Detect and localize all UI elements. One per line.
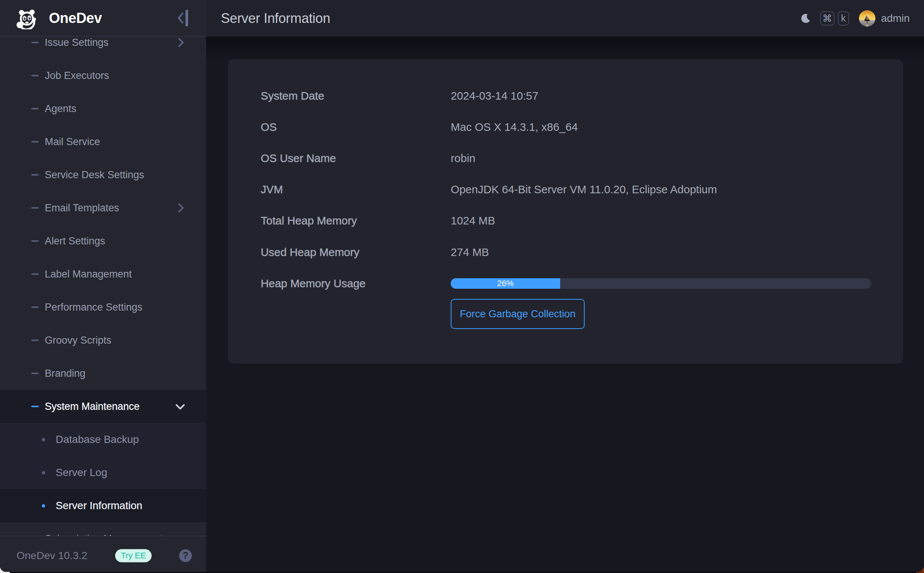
server-info-card: System Date 2024-03-14 10:57 OS Mac OS X… [228,59,903,363]
sidebar-item-alert-settings[interactable]: Alert Settings [0,224,206,258]
bullet-icon [42,438,45,441]
sidebar-item-performance-settings[interactable]: Performance Settings [0,291,206,324]
dash-icon [31,273,39,275]
dash-icon [31,42,39,43]
info-row: System Date 2024-03-14 10:57 [261,80,871,111]
dash-icon [31,141,39,142]
info-row: Used Heap Memory 274 MB [261,236,871,268]
sidebar-item-label-management[interactable]: Label Management [0,258,206,291]
heap-usage-progressbar: 26% [451,278,871,289]
info-row: JVM OpenJDK 64-Bit Server VM 11.0.20, Ec… [261,174,871,205]
user-name[interactable]: admin [881,13,910,24]
sidebar-item-database-backup[interactable]: Database Backup [0,423,206,456]
actions-row: Force Garbage Collection [261,299,871,329]
force-gc-button[interactable]: Force Garbage Collection [451,299,585,329]
info-row: OS User Name robin [261,142,871,174]
dash-icon [31,240,39,242]
cmd-key[interactable]: ⌘ [820,11,835,25]
brand-name: OneDev [49,0,102,36]
onedev-logo-icon[interactable] [17,9,37,29]
chevron-down-icon [175,404,185,410]
dash-icon [31,340,39,341]
sidebar-item-subscription-management[interactable]: Subscription Management [0,522,206,536]
app-version: OneDev 10.3.2 [17,550,87,562]
dash-icon [31,75,39,76]
sidebar-item-agents[interactable]: Agents [0,92,206,125]
try-ee-badge[interactable]: Try EE [115,549,152,562]
sidebar-item-server-information[interactable]: Server Information [0,489,206,522]
sidebar-collapse-icon[interactable] [177,9,189,27]
dark-mode-icon[interactable] [800,13,810,24]
topbar-actions: ⌘ k [800,0,910,36]
sidebar-item-service-desk-settings[interactable]: Service Desk Settings [0,158,206,191]
page-title: Server Information [221,0,330,36]
info-row: Total Heap Memory 1024 MB [261,205,871,236]
sidebar-item-system-maintenance[interactable]: System Maintenance [0,390,206,423]
info-row: OS Mac OS X 14.3.1, x86_64 [261,111,871,142]
app-window: OneDev Issue Settings Jo [0,0,924,572]
sidebar: OneDev Issue Settings Jo [0,0,206,572]
sidebar-item-branding[interactable]: Branding [0,357,206,390]
sidebar-item-groovy-scripts[interactable]: Groovy Scripts [0,324,206,357]
dash-icon [31,207,39,209]
dash-icon [31,307,39,308]
info-row-heap-usage: Heap Memory Usage 26% [261,268,871,299]
dash-icon [31,373,39,374]
chevron-right-icon [178,203,184,213]
heap-usage-percent: 26% [497,279,513,288]
k-key[interactable]: k [838,11,849,25]
avatar[interactable] [859,10,875,27]
sidebar-item-issue-settings[interactable]: Issue Settings [0,37,206,59]
topbar: Server Information ⌘ k [206,0,924,36]
sidebar-item-mail-service[interactable]: Mail Service [0,125,206,158]
heap-usage-progress-fill: 26% [451,278,560,289]
dash-icon [31,406,39,407]
main-content: System Date 2024-03-14 10:57 OS Mac OS X… [206,36,924,572]
sidebar-nav: Issue Settings Job Executors Agents Mail… [0,37,206,536]
bullet-icon [42,471,45,474]
sidebar-item-server-log[interactable]: Server Log [0,456,206,489]
sidebar-item-email-templates[interactable]: Email Templates [0,191,206,224]
sidebar-footer: OneDev 10.3.2 Try EE ? [0,536,206,572]
sidebar-item-job-executors[interactable]: Job Executors [0,59,206,92]
dash-icon [31,108,39,110]
help-icon[interactable]: ? [179,549,192,562]
bullet-icon [42,504,45,507]
dash-icon [31,174,39,175]
chevron-right-icon [178,38,184,47]
sidebar-header: OneDev [0,0,206,36]
